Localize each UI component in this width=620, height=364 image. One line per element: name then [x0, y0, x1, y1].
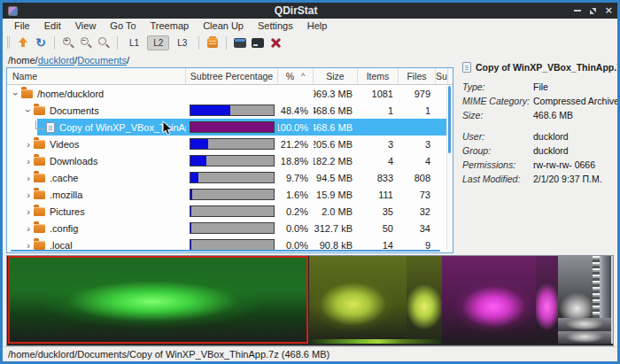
files-cell: 32: [399, 203, 436, 220]
items-cell: 1081: [358, 85, 399, 102]
tree-horizontal-scrollbar[interactable]: [11, 250, 440, 252]
directory-tree: NameSubtree Percentage%^SizeItemsFilesSu…: [6, 67, 453, 253]
menu-view[interactable]: View: [69, 19, 103, 32]
items-cell: 3: [358, 136, 399, 152]
tree-vertical-scrollbar-handle[interactable]: [448, 86, 451, 153]
toolbar-zoom-out-button[interactable]: −: [77, 35, 95, 50]
menu-file[interactable]: File: [8, 19, 36, 32]
menu-help[interactable]: Help: [301, 19, 334, 32]
treemap-block-gray-column[interactable]: [600, 256, 611, 318]
table-row-copy-of-winxp-vbox-thinapp-7z[interactable]: Copy of WinXP_VBox_ThinApp.7z100.0%468.6…: [7, 119, 453, 136]
chevron-down-icon[interactable]: ›: [11, 89, 21, 99]
toolbar-button-l2[interactable]: L2: [147, 35, 169, 50]
chevron-right-icon[interactable]: ›: [23, 156, 34, 167]
toolbar-separator: [117, 36, 118, 50]
menu-treemap[interactable]: Treemap: [144, 19, 196, 32]
treemap-block-gray-bottom-2[interactable]: [558, 331, 611, 344]
menu-settings[interactable]: Settings: [252, 19, 299, 32]
treemap-block-gray-bottom-1[interactable]: [558, 318, 611, 331]
table-row-mozilla[interactable]: ›.mozilla1.6%15.9 MB11173: [7, 186, 453, 203]
column-header-size[interactable]: Size: [314, 68, 358, 84]
qdirstat-window: QDirStat × FileEditViewGo ToTreemapClean…: [0, 0, 620, 364]
column-header-subtree-percentage[interactable]: Subtree Percentage: [186, 68, 278, 84]
toolbar-refresh-button[interactable]: ↻: [32, 35, 50, 50]
percent-cell: 100.0%: [278, 119, 314, 136]
chevron-right-icon[interactable]: ›: [23, 190, 34, 200]
toolbar-terminal-button[interactable]: [249, 35, 267, 50]
treemap-block-gray-dots[interactable]: [593, 256, 600, 318]
table-row-downloads[interactable]: ›Downloads18.8%182.2 MB44: [7, 152, 453, 169]
toolbar-file-manager-button[interactable]: [231, 35, 249, 50]
toolbar-drag-handle[interactable]: [7, 36, 10, 49]
table-row-pictures[interactable]: ›Pictures0.2%2.0 MB3532: [7, 203, 453, 220]
treemap-block-magenta-large[interactable]: [442, 256, 536, 344]
item-name: Videos: [50, 139, 79, 150]
treemap-block-selected-green[interactable]: [8, 256, 308, 344]
restore-button[interactable]: [590, 8, 596, 14]
table-row-documents[interactable]: ›Documents48.4%468.6 MB11: [7, 102, 453, 119]
close-button[interactable]: ×: [605, 6, 612, 15]
toolbar-go-up-button[interactable]: [14, 35, 32, 50]
chevron-right-icon[interactable]: ›: [23, 206, 34, 217]
field-label: Type:: [462, 81, 533, 92]
treemap-block-magenta-small[interactable]: [536, 256, 558, 344]
table-row-config[interactable]: ›.config0.0%312.7 kB5034: [7, 220, 453, 236]
folder-icon: [34, 190, 45, 199]
chevron-right-icon[interactable]: ›: [23, 139, 34, 150]
tree-vertical-scrollbar[interactable]: [446, 86, 453, 250]
go-up-icon: [19, 37, 27, 48]
item-name: .mozilla: [50, 190, 82, 200]
toolbar-delete-button[interactable]: [267, 35, 284, 50]
field-value: 468.6 MB: [533, 110, 573, 120]
column-header-items[interactable]: Items: [358, 68, 399, 84]
toolbar-button-l3[interactable]: L3: [171, 35, 193, 50]
breadcrumb-link-ducklord[interactable]: ducklord: [38, 55, 75, 66]
size-cell: 468.6 MB: [314, 102, 358, 119]
chevron-right-icon[interactable]: ›: [23, 173, 34, 183]
treemap-block-light-strip[interactable]: [611, 256, 614, 344]
toolbar-zoom-reset-button[interactable]: [95, 35, 112, 50]
table-row-home-ducklord[interactable]: ›/home/ducklord969.3 MB1081979: [7, 85, 453, 102]
menu-edit[interactable]: Edit: [38, 19, 67, 32]
treemap-block-yellowgreen-small[interactable]: [407, 256, 442, 344]
percentage-bar: [190, 222, 275, 234]
menu-clean-up[interactable]: Clean Up: [197, 19, 250, 32]
percent-cell: 1.6%: [278, 186, 314, 203]
column-header-su[interactable]: Su: [436, 68, 448, 84]
zoom-in-icon-sign: +: [65, 36, 69, 44]
breadcrumb-link-documents[interactable]: Documents: [77, 55, 127, 66]
treemap-block-gray-large[interactable]: [558, 256, 593, 318]
column-header-name[interactable]: Name: [7, 68, 186, 84]
percent-cell: [278, 85, 314, 102]
files-cell: 1: [399, 102, 436, 119]
menu-go-to[interactable]: Go To: [104, 19, 142, 32]
chevron-down-icon[interactable]: ›: [23, 105, 34, 116]
folder-icon: [34, 174, 45, 182]
delete-icon: [270, 37, 282, 49]
table-row-videos[interactable]: ›Videos21.2%205.6 MB33: [7, 136, 453, 152]
treemap-block-yellowgreen-large[interactable]: [309, 256, 407, 344]
field-label: Last Modified:: [462, 174, 533, 184]
toolbar-zoom-in-button[interactable]: +: [59, 35, 77, 50]
folder-icon: [34, 106, 45, 115]
items-cell: 4: [358, 152, 399, 169]
column-header-files[interactable]: Files: [399, 68, 436, 84]
table-row-cache[interactable]: ›.cache9.7%94.5 MB833808: [7, 169, 453, 186]
toolbar-cleanup-trash-button[interactable]: [204, 35, 221, 50]
zoom-in-icon: +: [63, 37, 74, 49]
column-header-[interactable]: %^: [278, 68, 314, 84]
size-cell: 94.5 MB: [314, 169, 358, 186]
items-cell: 50: [358, 220, 399, 236]
toolbar-button-l1[interactable]: L1: [123, 35, 145, 50]
toolbar-separator: [198, 36, 199, 50]
chevron-right-icon[interactable]: ›: [23, 223, 34, 234]
chevron-right-icon[interactable]: ›: [23, 240, 34, 251]
treemap-block-green-strip[interactable]: [309, 339, 442, 344]
percentage-bar: [190, 138, 275, 150]
minimize-button[interactable]: [574, 10, 581, 12]
item-name: Documents: [50, 105, 99, 116]
subtree-percentage-cell: [186, 136, 278, 152]
field-value: Compressed Archives: [533, 96, 620, 106]
percentage-bar: [190, 189, 275, 200]
field-value: 2/1/20 9:37 П.М.: [533, 174, 602, 184]
